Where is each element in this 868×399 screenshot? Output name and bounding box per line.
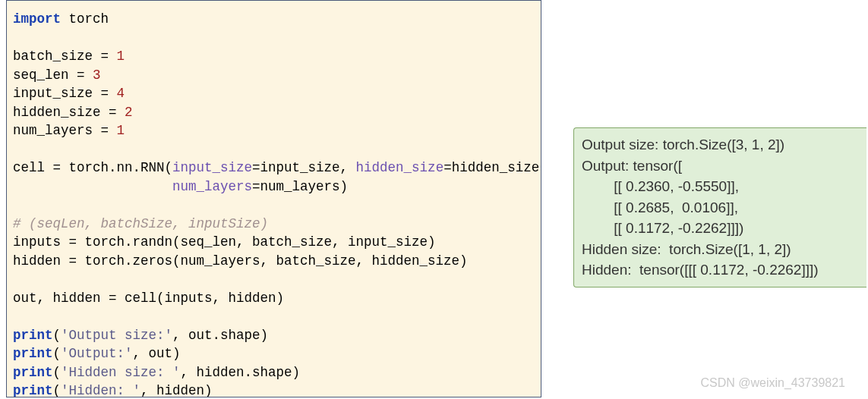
p2-str: 'Output:'	[61, 346, 133, 361]
p4-str: 'Hidden: '	[61, 383, 140, 397]
print2-kw: print	[13, 346, 53, 361]
inputs-line: inputs = torch.randn(seq_len, batch_size…	[13, 234, 436, 250]
arg-hs: hidden_size	[356, 160, 444, 175]
eq-is: =input_size,	[252, 160, 356, 175]
p1-arg: , out.shape)	[172, 328, 268, 343]
print1-kw: print	[13, 328, 53, 343]
output-panel: Output size: torch.Size([3, 1, 2]) Outpu…	[573, 127, 866, 287]
arg-is: input_size	[172, 160, 252, 175]
code-panel: import torch batch_size = 1 seq_len = 3 …	[6, 0, 541, 397]
p2-arg: , out)	[133, 346, 181, 361]
is-val: 4	[117, 86, 125, 101]
eq-nl: =num_layers)	[252, 179, 348, 194]
comment: # (seqLen, batchSize, inputSize)	[13, 216, 268, 231]
nl-var: num_layers	[13, 123, 93, 138]
print4-kw: print	[13, 383, 53, 397]
import-kw: import	[13, 11, 61, 27]
sl-var: seq_len	[13, 68, 69, 83]
p1-str: 'Output size:'	[61, 328, 172, 343]
p3-arg: , hidden.shape)	[181, 365, 301, 380]
out-l5: [[ 0.1172, -0.2262]]])	[582, 220, 743, 236]
out-l6: Hidden size: torch.Size([1, 1, 2])	[582, 241, 791, 257]
bs-var: batch_size	[13, 49, 93, 64]
hs-var: hidden_size	[13, 105, 101, 120]
call-line: out, hidden = cell(inputs, hidden)	[13, 291, 284, 306]
eq-hs: =hidden_size,	[443, 160, 541, 175]
watermark: CSDN @weixin_43739821	[700, 376, 845, 390]
out-l2: Output: tensor([	[582, 158, 682, 174]
out-l7: Hidden: tensor([[[ 0.1172, -0.2262]]])	[582, 262, 819, 278]
p4-arg: , hidden)	[140, 383, 213, 397]
sl-val: 3	[93, 68, 101, 83]
out-l4: [[ 0.2685, 0.0106]],	[582, 200, 738, 215]
is-var: input_size	[13, 86, 93, 101]
out-l3: [[ 0.2360, -0.5550]],	[582, 178, 739, 194]
p3-str: 'Hidden size: '	[61, 365, 181, 380]
cell-assign: cell = torch.nn.RNN(	[13, 160, 172, 175]
print3-kw: print	[13, 365, 53, 380]
hs-val: 2	[125, 105, 133, 120]
out-l1: Output size: torch.Size([3, 1, 2])	[582, 137, 784, 152]
nl-val: 1	[117, 123, 125, 138]
arg-nl: num_layers	[172, 179, 252, 194]
torch-module: torch	[69, 11, 109, 27]
hidden-line: hidden = torch.zeros(num_layers, batch_s…	[13, 253, 468, 269]
indent	[13, 179, 172, 194]
bs-val: 1	[117, 49, 125, 64]
